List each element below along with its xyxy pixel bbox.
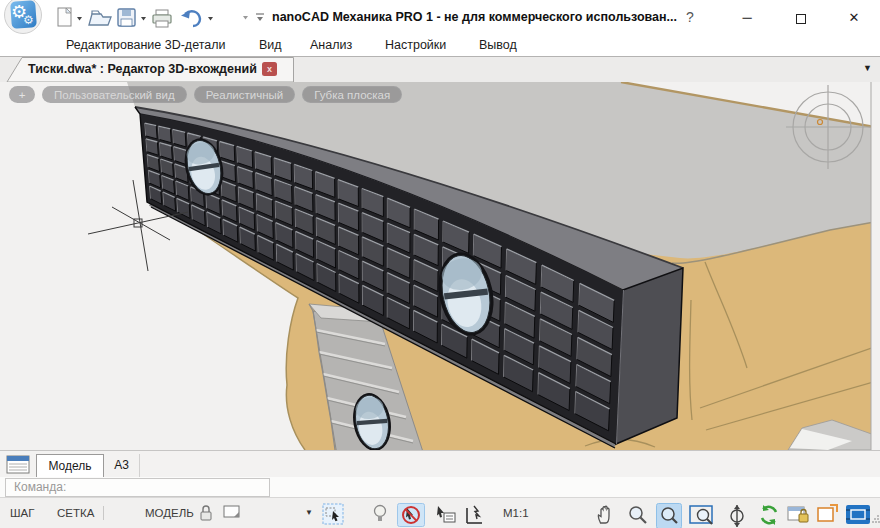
viewport-switch-icon[interactable] (222, 503, 242, 523)
new-dropdown-icon[interactable] (77, 17, 82, 21)
viewport-overlay-controls: + Пользовательский вид Реалистичный Губк… (9, 86, 402, 103)
toggle-grid[interactable]: СЕТКА (57, 498, 94, 528)
sheet-tab-model[interactable]: Модель (36, 454, 104, 478)
save-icon[interactable] (118, 9, 135, 26)
viewport-right-strip (871, 82, 880, 450)
menu-edit-3d-part[interactable]: Редактирование 3D-детали (66, 35, 225, 56)
sheet-tab-a3[interactable]: А3 (104, 454, 140, 478)
context-menu-cursor-icon[interactable] (433, 503, 457, 525)
minimize-button[interactable]: ─ (725, 0, 769, 35)
fullscreen-icon[interactable] (845, 503, 871, 527)
lock-icon[interactable] (197, 503, 217, 523)
maximize-button[interactable] (779, 0, 823, 35)
close-button[interactable]: ✕ (832, 0, 876, 35)
tab-close-icon[interactable]: x (262, 62, 277, 76)
status-dropdown-icon[interactable]: ▼ (305, 508, 313, 517)
menu-view[interactable]: Вид (259, 35, 282, 56)
toggle-snap[interactable]: ШАГ (10, 498, 34, 528)
application-window: ⚙ ⚙ (0, 0, 880, 528)
toolbar-options-icon[interactable] (256, 14, 264, 21)
viewport-add-button[interactable]: + (9, 86, 35, 103)
orbit-icon[interactable] (723, 503, 751, 527)
app-logo-icon[interactable]: ⚙ ⚙ (3, 0, 43, 35)
command-line: Команда: (0, 477, 880, 498)
print-icon[interactable] (153, 10, 171, 27)
zoom-icon[interactable] (626, 503, 650, 527)
viewport-part-button[interactable]: Губка плоская (302, 86, 402, 103)
ucs-icon[interactable] (462, 503, 486, 527)
regen-icon[interactable] (757, 503, 781, 527)
pan-icon[interactable] (593, 503, 617, 527)
menu-settings[interactable]: Настройки (385, 35, 446, 56)
command-input[interactable]: Команда: (5, 478, 270, 497)
lightbulb-icon[interactable] (370, 503, 390, 525)
viewport-lock-icon[interactable] (786, 503, 812, 527)
menu-bar: Редактирование 3D-детали Вид Анализ Наст… (0, 35, 880, 57)
open-icon[interactable] (89, 11, 111, 25)
3d-scene-canvas[interactable] (0, 82, 880, 450)
new-document-icon[interactable] (58, 8, 71, 26)
status-bar: ШАГ СЕТКА МОДЕЛЬ ▼ (0, 498, 880, 528)
tab-list-dropdown-icon[interactable]: ▼ (863, 63, 872, 73)
scale-indicator[interactable]: М1:1 (503, 498, 529, 528)
sheet-tab-bar: Модель А3 (0, 450, 880, 477)
viewport-visual-style-button[interactable]: Реалистичный (194, 86, 296, 103)
help-button[interactable]: ? (686, 0, 694, 35)
selection-mode-icon[interactable] (322, 503, 344, 525)
menu-output[interactable]: Вывод (479, 35, 517, 56)
document-tab-label[interactable]: Тиски.dwa* : Редактор 3D-вхождений (28, 57, 257, 82)
zoom-window-icon[interactable] (689, 503, 717, 527)
save-dropdown-icon[interactable] (141, 17, 146, 21)
sheet-list-icon[interactable] (6, 455, 32, 475)
zoom-realtime-icon[interactable] (656, 503, 682, 528)
document-tab-bar: Тиски.dwa* : Редактор 3D-вхождений x ▼ (0, 57, 880, 82)
toggle-model-space[interactable]: МОДЕЛЬ (145, 498, 194, 528)
paper-space-icon[interactable] (815, 503, 839, 527)
quick-access-toolbar (55, 5, 270, 31)
3d-viewport[interactable]: + Пользовательский вид Реалистичный Губк… (0, 82, 880, 450)
toolbar-separator-dropdown-icon[interactable] (243, 16, 248, 20)
no-selection-icon[interactable] (397, 503, 425, 527)
undo-dropdown-icon[interactable] (208, 17, 213, 21)
viewport-view-button[interactable]: Пользовательский вид (42, 86, 187, 103)
title-bar: ⚙ ⚙ (0, 0, 880, 35)
menu-analysis[interactable]: Анализ (310, 35, 352, 56)
window-title: nanoCAD Механика PRO 1 - не для коммерче… (272, 0, 677, 35)
undo-icon[interactable] (181, 11, 200, 26)
gear-icon: ⚙ (23, 14, 34, 26)
resize-grip[interactable] (872, 514, 880, 524)
